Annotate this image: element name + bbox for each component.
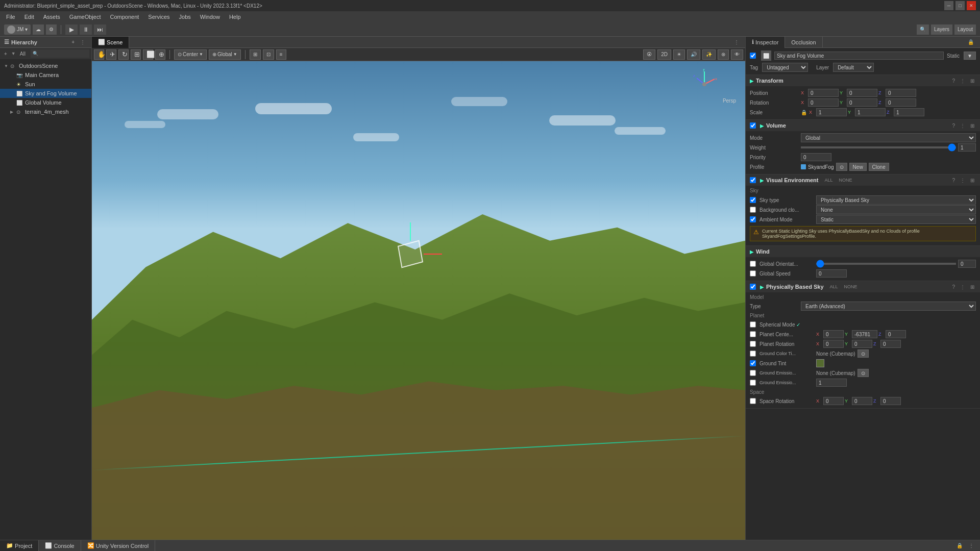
ground-emissio2-checkbox[interactable] <box>750 380 756 386</box>
close-btn[interactable]: ✕ <box>967 1 976 10</box>
pos-x-input[interactable] <box>808 89 839 97</box>
audio-btn[interactable]: 🔊 <box>687 49 700 60</box>
menu-help[interactable]: Help <box>225 13 245 21</box>
hier-item-maincamera[interactable]: 📷 Main Camera <box>0 70 91 80</box>
menu-component[interactable]: Component <box>106 13 143 21</box>
clone-btn[interactable]: Clone <box>869 163 889 171</box>
visual-env-expand-btn[interactable]: ⊞ <box>969 177 976 184</box>
spherical-mode-checkbox[interactable] <box>750 321 756 328</box>
ground-emissio-circle-btn[interactable]: ⊙ <box>857 369 869 377</box>
weight-input[interactable] <box>958 143 976 152</box>
menu-gameobject[interactable]: GameObject <box>65 13 105 21</box>
volume-expand-btn[interactable]: ⊞ <box>969 122 976 129</box>
rot-z-input[interactable] <box>886 98 916 107</box>
menu-services[interactable]: Services <box>144 13 174 21</box>
sr-x-input[interactable] <box>823 397 844 405</box>
ground-tint-color[interactable] <box>816 359 824 367</box>
snap-btn[interactable]: ⊡ <box>263 49 274 60</box>
visual-env-menu-btn[interactable]: ⋮ <box>959 177 967 184</box>
rot-y-input[interactable] <box>847 98 877 107</box>
menu-file[interactable]: File <box>2 13 19 21</box>
scene-transform-tool[interactable]: ⊕ <box>155 49 165 60</box>
visual-env-checkbox[interactable] <box>750 177 756 183</box>
pr-z-input[interactable] <box>880 340 901 348</box>
pbs-menu-btn[interactable]: ⋮ <box>959 284 967 290</box>
rot-x-input[interactable] <box>808 98 839 107</box>
gameobj-active-checkbox[interactable] <box>750 53 756 59</box>
hierarchy-add-btn[interactable]: + <box>69 39 77 45</box>
tab-inspector[interactable]: ℹ Inspector <box>746 37 785 48</box>
ground-tint-checkbox[interactable] <box>750 360 756 366</box>
pc-z-input[interactable] <box>886 330 906 338</box>
priority-input[interactable] <box>801 153 831 161</box>
pos-y-input[interactable] <box>847 89 877 97</box>
volume-menu-btn[interactable]: ⋮ <box>959 122 967 129</box>
minimize-btn[interactable]: ─ <box>944 1 953 10</box>
volume-info-btn[interactable]: ? <box>950 122 957 129</box>
global-speed-input[interactable] <box>816 269 847 278</box>
visual-env-info-btn[interactable]: ? <box>950 177 957 184</box>
planet-rot-checkbox[interactable] <box>750 341 756 347</box>
hier-item-sun[interactable]: ☀ Sun <box>0 80 91 89</box>
global-orient-input[interactable] <box>958 260 976 268</box>
type-select[interactable]: Earth (Advanced) <box>801 302 976 311</box>
scene-scale-tool[interactable]: ⊞ <box>131 49 141 60</box>
menu-jobs[interactable]: Jobs <box>175 13 195 21</box>
new-btn[interactable]: New <box>849 163 867 171</box>
transform-expand-btn[interactable]: ⊞ <box>969 78 976 84</box>
sky-type-select[interactable]: Physically Based Sky <box>816 195 976 205</box>
tab-occlusion[interactable]: Occlusion <box>785 37 822 48</box>
ground-emissio2-input[interactable] <box>816 379 847 387</box>
global-orient-checkbox[interactable] <box>750 261 756 267</box>
pr-x-input[interactable] <box>823 340 844 348</box>
maximize-btn[interactable]: □ <box>955 1 965 10</box>
global-orient-slider[interactable] <box>816 263 956 265</box>
scene-rect-tool[interactable]: ⬜ <box>143 49 153 60</box>
menu-window[interactable]: Window <box>196 13 224 21</box>
planet-center-checkbox[interactable] <box>750 331 756 337</box>
scene-hand-tool[interactable]: ✋ <box>94 49 104 60</box>
settings-btn[interactable]: ⚙ <box>46 24 57 35</box>
ambient-mode-checkbox[interactable] <box>750 216 756 222</box>
tab-version-control[interactable]: 🔀 Unity Version Control <box>81 540 155 552</box>
global-speed-checkbox[interactable] <box>750 270 756 277</box>
play-btn[interactable]: ▶ <box>65 24 78 35</box>
scene-move-tool[interactable]: ✈ <box>106 49 116 60</box>
gameobj-name-input[interactable] <box>774 52 944 60</box>
tab-console[interactable]: ⬜ Console <box>39 540 81 552</box>
effect-btn[interactable]: ✨ <box>702 49 716 60</box>
space-rot-checkbox[interactable] <box>750 398 756 404</box>
tag-select[interactable]: Untagged <box>762 63 808 72</box>
menu-assets[interactable]: Assets <box>39 13 64 21</box>
hierarchy-menu-btn[interactable]: ⋮ <box>78 39 87 45</box>
pause-btn[interactable]: ⏸ <box>80 24 92 35</box>
hier-add-btn[interactable]: + <box>2 51 9 57</box>
hier-item-skyfog[interactable]: ⬜ Sky and Fog Volume <box>0 89 91 98</box>
pc-x-input[interactable] <box>823 330 844 338</box>
camera-btn[interactable]: ⦿ <box>643 49 655 60</box>
search-btn[interactable]: 🔍 <box>917 24 929 35</box>
static-dropdown-btn[interactable]: ▼ <box>964 52 976 60</box>
wind-header[interactable]: ▶ Wind <box>746 246 980 257</box>
global-btn[interactable]: ⊕ Global ▼ <box>209 49 241 60</box>
account-btn[interactable]: JM ▾ <box>4 24 31 35</box>
ambient-mode-select[interactable]: Static <box>816 215 976 224</box>
profile-circle-btn[interactable]: ⊙ <box>836 163 847 171</box>
pbs-info-btn[interactable]: ? <box>950 284 957 290</box>
sr-z-input[interactable] <box>880 397 901 405</box>
layers-btn[interactable]: Layers <box>931 24 952 35</box>
inspector-lock-btn[interactable]: 🔒 <box>966 39 976 45</box>
bg-clouds-checkbox[interactable] <box>750 207 756 213</box>
gizmo-btn[interactable]: 👁 <box>731 49 743 60</box>
transform-menu-btn[interactable]: ⋮ <box>959 78 967 84</box>
overlay-btn[interactable]: ⊛ <box>718 49 729 60</box>
weight-slider[interactable] <box>801 146 956 148</box>
volume-active-checkbox[interactable] <box>750 122 756 129</box>
bottom-menu-btn[interactable]: ⋮ <box>967 542 976 549</box>
scale-x-input[interactable] <box>816 108 847 116</box>
pos-z-input[interactable] <box>886 89 916 97</box>
tab-project[interactable]: 📁 Project <box>0 540 39 552</box>
hier-item-outdoorsscene[interactable]: ▼ ⊙ OutdoorsScene <box>0 61 91 70</box>
ground-color-checkbox[interactable] <box>750 350 756 357</box>
pr-y-input[interactable] <box>852 340 872 348</box>
